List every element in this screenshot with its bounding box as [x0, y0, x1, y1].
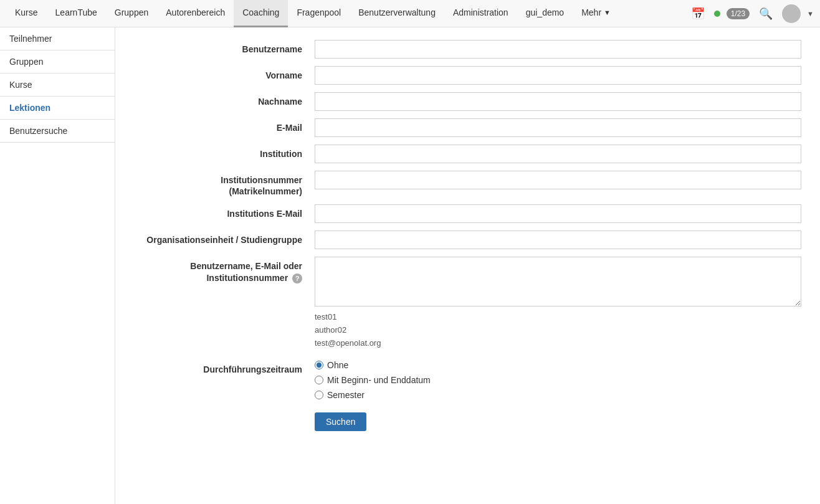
- label-email: E-Mail: [134, 118, 315, 133]
- label-institutions-email: Institutions E-Mail: [134, 204, 315, 219]
- page-body: Teilnehmer Gruppen Kurse Lektionen Benut…: [0, 27, 820, 504]
- row-submit: Suchen: [134, 412, 801, 431]
- mehr-dropdown-arrow: ▼: [604, 9, 611, 16]
- input-benutzername[interactable]: [315, 40, 801, 59]
- help-icon[interactable]: ?: [292, 273, 302, 283]
- field-email: [315, 118, 801, 137]
- avatar[interactable]: [782, 4, 801, 23]
- row-institutionsnummer: Institutionsnummer (Matrikelnummer): [134, 171, 801, 197]
- radio-option-mit-datum[interactable]: Mit Beginn- und Enddatum: [315, 375, 801, 385]
- field-institutionsnummer: [315, 171, 801, 189]
- field-multi-search: test01 author02 test@openolat.org: [315, 257, 801, 349]
- main-form-area: Benutzername Vorname Nachname E-Mail: [115, 27, 820, 504]
- label-org-einheit: Organisationseinheit / Studiengruppe: [134, 231, 315, 245]
- label-benutzername: Benutzername: [134, 40, 315, 55]
- field-institution: [315, 145, 801, 163]
- input-institution[interactable]: [315, 145, 801, 163]
- online-status-dot: [714, 11, 720, 17]
- row-email: E-Mail: [134, 118, 801, 137]
- submit-button[interactable]: Suchen: [315, 412, 366, 431]
- nav-administration[interactable]: Administration: [444, 0, 517, 27]
- label-institutionsnummer: Institutionsnummer (Matrikelnummer): [134, 171, 315, 197]
- label-nachname: Nachname: [134, 92, 315, 107]
- nav-right-actions: 📅 1/23 🔍 ▼: [688, 4, 814, 24]
- nav-coaching[interactable]: Coaching: [234, 0, 288, 27]
- row-multi-search: Benutzername, E-Mail oder Institutionsnu…: [134, 257, 801, 349]
- radio-option-semester[interactable]: Semester: [315, 390, 801, 400]
- input-org-einheit[interactable]: [315, 231, 801, 249]
- label-institution: Institution: [134, 145, 315, 159]
- top-navigation: Kurse LearnTube Gruppen Autorenbereich C…: [0, 0, 820, 27]
- nav-benutzerverwaltung[interactable]: Benutzerverwaltung: [350, 0, 444, 27]
- field-benutzername: [315, 40, 801, 59]
- input-institutions-email[interactable]: [315, 204, 801, 223]
- sidebar-item-kurse[interactable]: Kurse: [0, 74, 115, 97]
- input-nachname[interactable]: [315, 92, 801, 111]
- row-institutions-email: Institutions E-Mail: [134, 204, 801, 223]
- label-zeitraum: Durchführungszeitraum: [134, 360, 315, 375]
- radio-mit-datum[interactable]: [315, 376, 323, 384]
- nav-fragenpool[interactable]: Fragenpool: [288, 0, 350, 27]
- nav-gruppen[interactable]: Gruppen: [106, 0, 157, 27]
- label-vorname: Vorname: [134, 66, 315, 81]
- radio-semester[interactable]: [315, 391, 323, 399]
- row-vorname: Vorname: [134, 66, 801, 85]
- field-zeitraum: Ohne Mit Beginn- und Enddatum Semester: [315, 360, 801, 400]
- field-nachname: [315, 92, 801, 111]
- field-org-einheit: [315, 231, 801, 249]
- row-org-einheit: Organisationseinheit / Studiengruppe: [134, 231, 801, 249]
- nav-kurse[interactable]: Kurse: [6, 0, 47, 27]
- sidebar-item-lektionen[interactable]: Lektionen: [0, 97, 115, 120]
- search-icon[interactable]: 🔍: [756, 4, 776, 24]
- row-zeitraum: Durchführungszeitraum Ohne Mit Beginn- u…: [134, 360, 801, 400]
- radio-group-zeitraum: Ohne Mit Beginn- und Enddatum Semester: [315, 360, 801, 400]
- textarea-multi-search[interactable]: [315, 257, 801, 307]
- field-institutions-email: [315, 204, 801, 223]
- row-nachname: Nachname: [134, 92, 801, 111]
- input-email[interactable]: [315, 118, 801, 137]
- label-multi-search: Benutzername, E-Mail oder Institutionsnu…: [134, 257, 315, 283]
- field-submit: Suchen: [315, 412, 801, 431]
- nav-mehr[interactable]: Mehr ▼: [573, 0, 619, 27]
- row-institution: Institution: [134, 145, 801, 163]
- field-vorname: [315, 66, 801, 85]
- nav-autorenbereich[interactable]: Autorenbereich: [157, 0, 234, 27]
- sidebar: Teilnehmer Gruppen Kurse Lektionen Benut…: [0, 27, 115, 504]
- nav-gui-demo[interactable]: gui_demo: [517, 0, 573, 27]
- input-institutionsnummer[interactable]: [315, 171, 801, 189]
- nav-learntube[interactable]: LearnTube: [47, 0, 106, 27]
- sidebar-item-benutzersuche[interactable]: Benutzersuche: [0, 120, 115, 143]
- user-dropdown-arrow[interactable]: ▼: [807, 10, 814, 17]
- sidebar-item-gruppen[interactable]: Gruppen: [0, 50, 115, 74]
- row-benutzername: Benutzername: [134, 40, 801, 59]
- hint-text: test01 author02 test@openolat.org: [315, 311, 801, 349]
- sidebar-item-teilnehmer[interactable]: Teilnehmer: [0, 27, 115, 50]
- user-count-badge: 1/23: [727, 8, 750, 19]
- submit-label-spacer: [134, 412, 315, 416]
- radio-ohne[interactable]: [315, 361, 323, 369]
- input-vorname[interactable]: [315, 66, 801, 85]
- radio-option-ohne[interactable]: Ohne: [315, 360, 801, 370]
- calendar-icon[interactable]: 📅: [688, 4, 708, 24]
